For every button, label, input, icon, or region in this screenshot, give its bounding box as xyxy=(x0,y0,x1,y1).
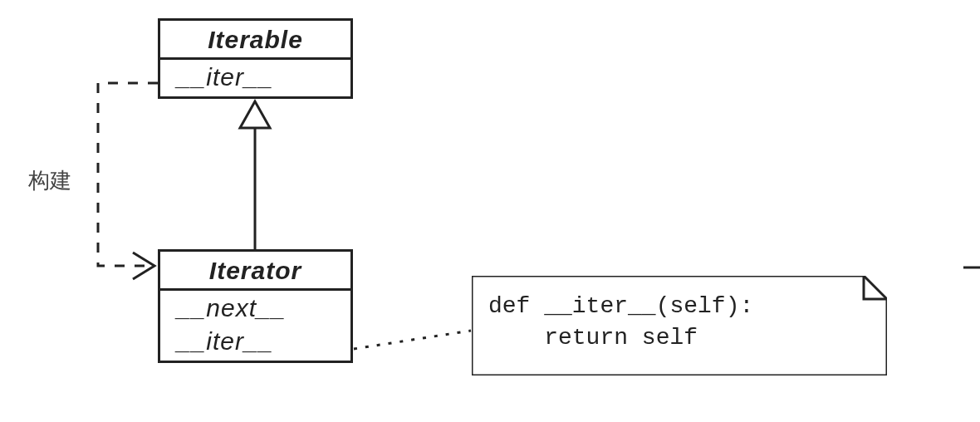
uml-class-member: __iter__ xyxy=(160,60,350,96)
uml-note-code: def __iter__(self): return self xyxy=(488,291,753,354)
dependency-label: 构建 xyxy=(28,166,71,195)
note-line-2: return self xyxy=(488,325,698,351)
uml-class-member: __next__ xyxy=(160,291,350,327)
uml-class-title: Iterable xyxy=(160,21,350,60)
uml-diagram: Iterable __iter__ Iterator __next__ __it… xyxy=(0,0,980,422)
note-line-1: def __iter__(self): xyxy=(488,293,753,319)
uml-note: def __iter__(self): return self xyxy=(472,276,887,375)
generalization-arrow xyxy=(240,101,270,249)
uml-class-title: Iterator xyxy=(160,252,350,291)
svg-line-3 xyxy=(354,331,471,349)
uml-class-iterator: Iterator __next__ __iter__ xyxy=(158,249,353,363)
uml-class-member: __iter__ xyxy=(160,327,350,361)
svg-marker-2 xyxy=(240,101,270,128)
dependency-arrow xyxy=(98,83,158,279)
note-link xyxy=(354,331,471,349)
uml-class-iterable: Iterable __iter__ xyxy=(158,18,353,99)
